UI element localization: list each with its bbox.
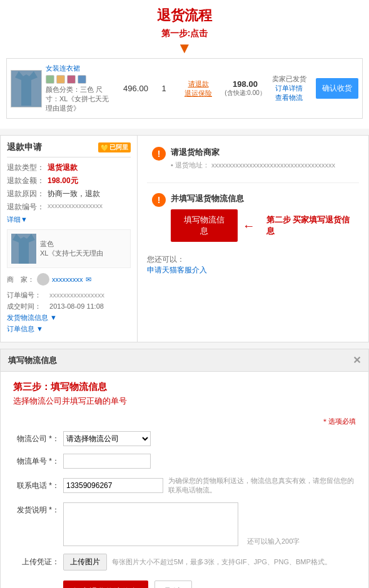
- notice-icon-2: !: [152, 193, 166, 207]
- product-info: 女装连衣裙 颜色分类：三色 尺寸：XL《女拼七天无理由退货》: [42, 64, 117, 113]
- desc-control: 还可以输入200字: [63, 502, 356, 546]
- logistics-panel-header: 填写物流信息 ✕: [1, 349, 368, 372]
- tracking-row: 物流单号 *：: [13, 454, 356, 469]
- main-content: 退款申请 💛 已阿里 退款类型： 退货退款 退款金额： 198.00元 退款原因…: [0, 135, 369, 342]
- total-price: 198.00: [223, 79, 267, 89]
- refund-reason-label: 退款原因：: [7, 189, 48, 199]
- page-title: 退货流程: [0, 6, 369, 25]
- delivery-expand[interactable]: 发货物流信息 ▼: [7, 314, 57, 321]
- confirm-receipt-button[interactable]: 确认收货: [316, 78, 358, 99]
- product-thumb-row: 蓝色 XL《支持七天无理由: [7, 229, 131, 268]
- seller-info-row: 商 家： xxxxxxxxx ✉: [7, 273, 131, 286]
- detail-toggle[interactable]: 详细▼: [7, 215, 131, 224]
- created-label: 成交时间：: [7, 302, 48, 311]
- refund-code-value: xxxxxxxxxxxxxxxx: [48, 202, 103, 212]
- order-detail-rows: 订单编号： xxxxxxxxxxxxxxxx 成交时间： 2013-08-09 …: [7, 291, 131, 334]
- step3-title: 第三步：填写物流信息: [13, 381, 356, 393]
- form-actions: 提交退货物流信息 取消: [63, 581, 356, 588]
- tracking-control: [63, 454, 356, 469]
- desc-textarea[interactable]: [63, 502, 238, 546]
- seller-name-link[interactable]: xxxxxxxxx: [52, 276, 83, 283]
- can-also-section: 您还可以： 申请天猫客服介入: [147, 254, 359, 276]
- svg-marker-0: [15, 71, 38, 106]
- upload-button[interactable]: 上传图片: [63, 554, 107, 571]
- refund-type-label: 退款类型：: [7, 162, 48, 173]
- tracking-input[interactable]: [63, 454, 151, 469]
- company-select[interactable]: 请选择物流公司 顺丰速运 圆通速递 申通快递 韵达快递 中通快递 EMS: [63, 431, 151, 446]
- message-icon[interactable]: ✉: [86, 276, 91, 284]
- upload-control: 上传图片 每张图片大小不超过5M，最多3张，支持GIF、JPG、PNG、BMP格…: [63, 554, 356, 571]
- fill-logistics-button[interactable]: 填写物流信息: [171, 209, 238, 242]
- confirm-col: 确认收货: [311, 78, 358, 99]
- color-dot-2: [56, 75, 65, 84]
- logistics-panel: 填写物流信息 ✕ 第三步：填写物流信息 选择物流公司并填写正确的单号 ＊选项必填…: [0, 349, 369, 588]
- order-info-row: 订单信息 ▼: [7, 324, 131, 334]
- product-name: 女装连衣裙: [46, 64, 113, 73]
- order-num-row: 订单编号： xxxxxxxxxxxxxxxx: [7, 291, 131, 300]
- phone-label: 联系电话 *：: [13, 481, 63, 491]
- delivery-row: 发货物流信息 ▼: [7, 313, 131, 322]
- paid-badge: 💛 已阿里: [98, 142, 131, 152]
- upload-row: 上传凭证： 上传图片 每张图片大小不超过5M，最多3张，支持GIF、JPG、PN…: [13, 554, 356, 571]
- phone-control: 为确保您的货物顺利送达，物流信息真实有效，请您留信您的联系电话物流。: [63, 476, 356, 495]
- desc-hint: 还可以输入200字: [247, 537, 300, 546]
- product-thumb-info: 蓝色 XL《支持七天无理由: [40, 239, 103, 258]
- notice1-title: 请退货给商家: [171, 147, 354, 158]
- refund-amount-label: 退款金额：: [7, 176, 48, 186]
- phone-row: 联系电话 *： 为确保您的货物顺利送达，物流信息真实有效，请您留信您的联系电话物…: [13, 476, 356, 495]
- step2-annotation: 第二步 买家填写退货信息: [266, 214, 354, 237]
- order-detail-link[interactable]: 订单详情: [267, 84, 311, 93]
- order-info-expand[interactable]: 订单信息 ▼: [7, 325, 43, 332]
- color-dot-1: [46, 75, 54, 84]
- phone-hint: 为确保您的货物顺利送达，物流信息真实有效，请您留信您的联系电话物流。: [168, 476, 356, 495]
- created-value: 2013-08-09 11:08: [49, 302, 104, 310]
- refund-col: 请退款 退运保险: [173, 79, 223, 98]
- dress-icon: [14, 71, 39, 106]
- submit-button[interactable]: 提交退货物流信息: [63, 581, 148, 588]
- step1-label: 第一步:点击: [6, 28, 363, 39]
- notice1-addr: • 退货地址： xxxxxxxxxxxxxxxxxxxxxxxxxxxxxxxx…: [171, 161, 354, 170]
- order-qty: 1: [154, 84, 173, 93]
- check-logistics-link[interactable]: 查看物流: [267, 93, 311, 102]
- notice-icon-1: !: [152, 147, 166, 161]
- product-color: 蓝色: [40, 239, 103, 249]
- desc-row: 发货说明 *： 还可以输入200字: [13, 502, 356, 546]
- refund-type-row: 退款类型： 退货退款: [7, 162, 131, 173]
- refund-code-label: 退款编号：: [7, 202, 48, 212]
- upload-label: 上传凭证：: [13, 557, 63, 567]
- close-button[interactable]: ✕: [353, 354, 361, 366]
- notice-content-1: 请退货给商家 • 退货地址： xxxxxxxxxxxxxxxxxxxxxxxxx…: [171, 147, 354, 170]
- color-dot-4: [78, 75, 86, 84]
- cancel-button[interactable]: 取消: [154, 581, 192, 588]
- fill-btn-row: 填写物流信息 ← 第二步 买家填写退货信息: [171, 209, 354, 242]
- seller-label: 商 家：: [7, 275, 34, 284]
- company-row: 物流公司 *： 请选择物流公司 顺丰速运 圆通速递 申通快递 韵达快递 中通快递…: [13, 431, 356, 446]
- refund-type-value: 退货退款: [48, 162, 78, 173]
- notice-content-2: 并填写退货物流信息 填写物流信息 ← 第二步 买家填写退货信息: [171, 193, 354, 242]
- phone-input[interactable]: [63, 478, 163, 493]
- created-row: 成交时间： 2013-08-09 11:08: [7, 302, 131, 311]
- company-label: 物流公司 *：: [13, 434, 63, 444]
- divider-1: [147, 182, 359, 183]
- desc-label: 发货说明 *：: [13, 505, 63, 516]
- total-col: 198.00 (含快递:0.00）: [223, 79, 267, 97]
- product-thumb-image: [11, 234, 36, 264]
- refund-code-row: 退款编号： xxxxxxxxxxxxxxxx: [7, 202, 131, 212]
- logistics-panel-body: 第三步：填写物流信息 选择物流公司并填写正确的单号 ＊选项必填 物流公司 *： …: [1, 372, 368, 588]
- arrow-left-icon: ←: [243, 219, 255, 233]
- refund-link[interactable]: 请退款: [173, 79, 223, 89]
- upload-hint: 每张图片大小不超过5M，最多3张，支持GIF、JPG、PNG、BMP格式。: [112, 557, 356, 567]
- addr-value: xxxxxxxxxxxxxxxxxxxxxxxxxxxxxxxxxxxx: [211, 161, 335, 169]
- notice-block-2: ! 并填写退货物流信息 填写物流信息 ← 第二步 买家填写退货信息: [147, 188, 359, 247]
- logistics-panel-title: 填写物流信息: [8, 355, 57, 366]
- mediation-link[interactable]: 申请天猫客服介入: [147, 266, 207, 274]
- company-control: 请选择物流公司 顺丰速运 圆通速递 申通快递 韵达快递 中通快递 EMS: [63, 431, 356, 446]
- seller-avatar: [37, 273, 49, 286]
- order-price: 496.00: [117, 84, 154, 93]
- step1-section: 第一步:点击 ▼ 女装连衣裙 颜色分类：三色 尺寸：XL《女拼七天无理由退货》 …: [0, 28, 369, 129]
- order-row: 女装连衣裙 颜色分类：三色 尺寸：XL《女拼七天无理由退货》 496.00 1 …: [6, 58, 363, 119]
- tracking-label: 物流单号 *：: [13, 456, 63, 467]
- refund-insurance-link[interactable]: 退运保险: [173, 89, 223, 98]
- order-num-label: 订单编号：: [7, 291, 48, 300]
- notice-block-1: ! 请退货给商家 • 退货地址： xxxxxxxxxxxxxxxxxxxxxxx…: [147, 142, 359, 175]
